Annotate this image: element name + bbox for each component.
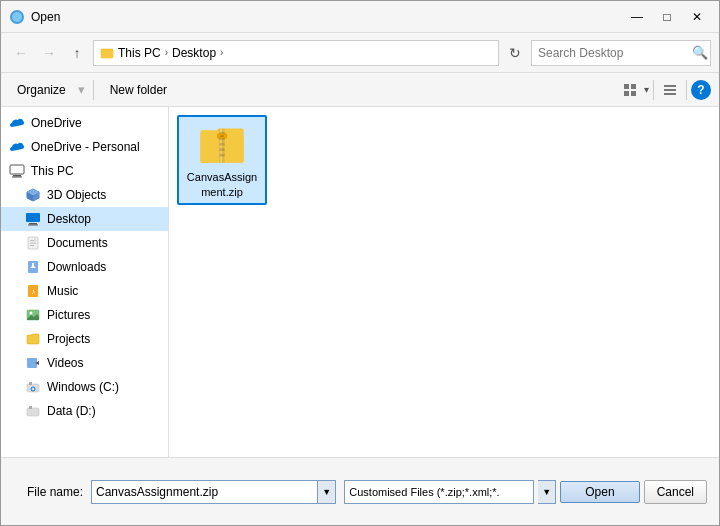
- svg-rect-11: [10, 165, 24, 174]
- separator3: [686, 80, 687, 100]
- help-button[interactable]: ?: [691, 80, 711, 100]
- drive-c-icon: [25, 379, 41, 395]
- separator2: [653, 80, 654, 100]
- sidebar: OneDrive OneDrive - Personal: [1, 107, 169, 457]
- svg-rect-47: [219, 148, 224, 151]
- filetype-dropdown-button[interactable]: ▼: [538, 480, 556, 504]
- sidebar-item-videos[interactable]: Videos: [1, 351, 168, 375]
- sidebar-label: 3D Objects: [47, 188, 106, 202]
- svg-rect-18: [26, 213, 40, 222]
- svg-rect-4: [624, 84, 629, 89]
- cloud-icon: [9, 115, 25, 131]
- svg-rect-24: [30, 245, 34, 246]
- sidebar-item-projects[interactable]: Projects: [1, 327, 168, 351]
- svg-rect-8: [664, 85, 676, 87]
- svg-rect-40: [29, 406, 32, 409]
- organize-button[interactable]: Organize: [9, 80, 74, 100]
- dialog-title: Open: [31, 10, 623, 24]
- search-icon: 🔍: [692, 45, 708, 60]
- svg-text:♪: ♪: [31, 287, 35, 296]
- video-icon: [25, 355, 41, 371]
- sidebar-item-pictures[interactable]: Pictures: [1, 303, 168, 327]
- sidebar-item-3d-objects[interactable]: 3D Objects: [1, 183, 168, 207]
- filename-label: File name:: [13, 485, 83, 499]
- file-label: CanvasAssignment.zip: [183, 170, 261, 199]
- sidebar-item-windows-c[interactable]: Windows (C:): [1, 375, 168, 399]
- svg-rect-48: [219, 154, 224, 157]
- action-bar: Organize ▾ New folder ▾: [1, 73, 719, 107]
- minimize-button[interactable]: —: [623, 6, 651, 28]
- sidebar-item-downloads[interactable]: Downloads: [1, 255, 168, 279]
- new-folder-button[interactable]: New folder: [102, 80, 175, 100]
- view-large-icons-button[interactable]: [618, 78, 642, 102]
- file-item-canvas-zip[interactable]: CanvasAssignment.zip: [177, 115, 267, 205]
- breadcrumb-this-pc[interactable]: This PC: [118, 46, 161, 60]
- bottom-bar: File name: ▼ Customised Files (*.zip;*.x…: [1, 457, 719, 525]
- sidebar-label: Windows (C:): [47, 380, 119, 394]
- music-icon: ♪: [25, 283, 41, 299]
- sidebar-label: Videos: [47, 356, 83, 370]
- up-button[interactable]: ↑: [65, 41, 89, 65]
- svg-rect-28: [32, 263, 34, 268]
- open-dialog: Open — □ ✕ ← → ↑ This PC › Desktop › ↻ �: [0, 0, 720, 526]
- cube-icon: [25, 187, 41, 203]
- svg-rect-10: [664, 93, 676, 95]
- filename-input-wrapper: ▼: [91, 480, 336, 504]
- sidebar-item-onedrive-personal[interactable]: OneDrive - Personal: [1, 135, 168, 159]
- open-button[interactable]: Open: [560, 481, 639, 503]
- sidebar-item-documents[interactable]: Documents: [1, 231, 168, 255]
- sidebar-item-music[interactable]: ♪ Music: [1, 279, 168, 303]
- svg-rect-20: [28, 225, 38, 226]
- sidebar-item-onedrive[interactable]: OneDrive: [1, 111, 168, 135]
- sidebar-item-desktop[interactable]: Desktop: [1, 207, 168, 231]
- svg-rect-46: [219, 143, 224, 146]
- svg-rect-19: [29, 223, 37, 225]
- svg-rect-39: [27, 408, 39, 416]
- search-bar: 🔍: [531, 40, 711, 66]
- svg-rect-12: [13, 175, 21, 177]
- cancel-button[interactable]: Cancel: [644, 480, 707, 504]
- filename-row: File name: ▼ Customised Files (*.zip;*.x…: [13, 480, 707, 504]
- svg-rect-13: [12, 177, 22, 178]
- download-icon: [25, 259, 41, 275]
- pictures-icon: [25, 307, 41, 323]
- sidebar-label: OneDrive: [31, 116, 82, 130]
- svg-rect-7: [631, 91, 636, 96]
- breadcrumb-icon: [100, 46, 114, 60]
- sidebar-label: Data (D:): [47, 404, 96, 418]
- svg-rect-3: [101, 51, 113, 58]
- window-controls: — □ ✕: [623, 6, 711, 28]
- svg-rect-9: [664, 89, 676, 91]
- refresh-button[interactable]: ↻: [503, 41, 527, 65]
- sidebar-label: Pictures: [47, 308, 90, 322]
- breadcrumb-bar: This PC › Desktop ›: [93, 40, 499, 66]
- sidebar-label: This PC: [31, 164, 74, 178]
- sidebar-label: OneDrive - Personal: [31, 140, 140, 154]
- maximize-button[interactable]: □: [653, 6, 681, 28]
- separator: [93, 80, 94, 100]
- dialog-icon: [9, 9, 25, 25]
- sidebar-item-data-d[interactable]: Data (D:): [1, 399, 168, 423]
- search-input[interactable]: [538, 46, 688, 60]
- file-area: CanvasAssignment.zip: [169, 107, 719, 457]
- view-controls: ▾ ?: [618, 78, 711, 102]
- navigation-toolbar: ← → ↑ This PC › Desktop › ↻ 🔍: [1, 33, 719, 73]
- back-button[interactable]: ←: [9, 41, 33, 65]
- sidebar-label: Music: [47, 284, 78, 298]
- filename-field[interactable]: [91, 480, 318, 504]
- close-button[interactable]: ✕: [683, 6, 711, 28]
- svg-rect-5: [631, 84, 636, 89]
- breadcrumb-desktop[interactable]: Desktop: [172, 46, 216, 60]
- cloud-personal-icon: [9, 139, 25, 155]
- view-details-button[interactable]: [658, 78, 682, 102]
- filename-input[interactable]: [96, 485, 313, 499]
- forward-button[interactable]: →: [37, 41, 61, 65]
- sidebar-label: Documents: [47, 236, 108, 250]
- content-area: OneDrive OneDrive - Personal: [1, 107, 719, 457]
- svg-point-32: [30, 312, 33, 315]
- svg-rect-37: [29, 382, 32, 385]
- svg-rect-23: [30, 243, 36, 244]
- filename-dropdown-button[interactable]: ▼: [318, 480, 336, 504]
- title-bar: Open — □ ✕: [1, 1, 719, 33]
- sidebar-item-this-pc[interactable]: This PC: [1, 159, 168, 183]
